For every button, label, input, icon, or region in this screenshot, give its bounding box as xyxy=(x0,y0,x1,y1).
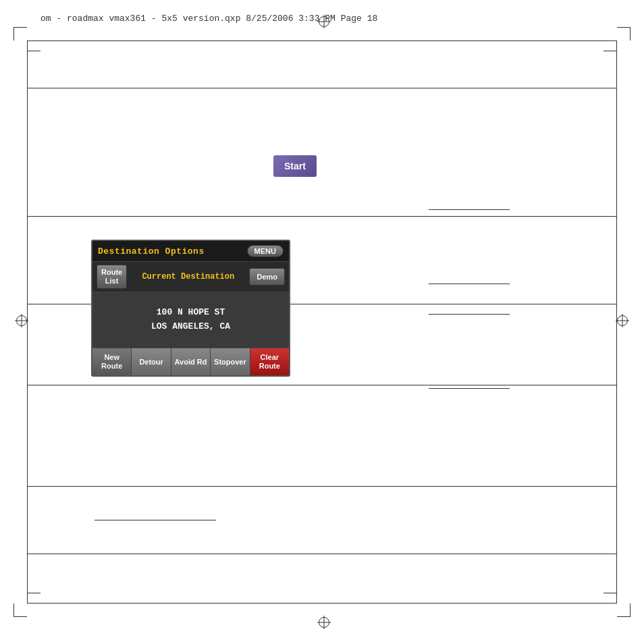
tick-mark-tl xyxy=(27,51,41,51)
address-line2: LOS ANGELES, CA xyxy=(151,320,230,334)
header-text: om - roadmax vmax361 - 5x5 version.qxp 8… xyxy=(41,14,377,24)
underline-3 xyxy=(429,314,510,315)
route-list-button[interactable]: RouteList xyxy=(97,265,127,289)
underline-5 xyxy=(95,520,216,520)
underline-2 xyxy=(429,209,510,210)
corner-mark-tl xyxy=(14,27,27,41)
reg-cross-right xyxy=(616,314,629,327)
separator-line-6 xyxy=(27,554,617,554)
avoid-rd-button[interactable]: Avoid Rd xyxy=(171,348,211,375)
page-border-bottom xyxy=(27,603,617,603)
screen-middle-row: RouteList Current Destination Demo xyxy=(92,262,289,292)
tick-mark-br xyxy=(603,593,617,593)
start-button[interactable]: Start xyxy=(273,155,317,177)
clear-route-button[interactable]: ClearRoute xyxy=(250,348,289,375)
tick-mark-tr xyxy=(603,51,617,51)
separator-line-2 xyxy=(27,216,617,217)
separator-line-5 xyxy=(27,486,617,487)
stopover-button[interactable]: Stopover xyxy=(211,348,250,375)
reg-cross-left xyxy=(15,314,28,327)
corner-mark-tr xyxy=(617,27,630,41)
corner-mark-br xyxy=(617,603,630,617)
underline-4 xyxy=(429,388,510,389)
address-line1: 100 N HOPE ST xyxy=(157,306,225,320)
screen-title: Destination Options xyxy=(98,246,205,257)
page-border-top xyxy=(27,41,617,41)
device-screen: Destination Options MENU RouteList Curre… xyxy=(91,240,290,377)
new-route-button[interactable]: NewRoute xyxy=(92,348,132,375)
corner-mark-bl xyxy=(14,603,27,617)
separator-line-1 xyxy=(27,88,617,88)
detour-button[interactable]: Detour xyxy=(132,348,171,375)
demo-button[interactable]: Demo xyxy=(249,268,285,286)
screen-bottom-row: NewRoute Detour Avoid Rd Stopover ClearR… xyxy=(92,348,289,375)
underline-1 xyxy=(429,284,510,284)
tick-mark-bl xyxy=(27,593,41,593)
menu-button[interactable]: MENU xyxy=(247,245,284,257)
separator-line-4 xyxy=(27,385,617,385)
address-display: 100 N HOPE ST LOS ANGELES, CA xyxy=(92,292,289,348)
reg-cross-bottom xyxy=(317,616,331,629)
current-destination-label: Current Destination xyxy=(127,272,249,281)
screen-header: Destination Options MENU xyxy=(92,241,289,262)
